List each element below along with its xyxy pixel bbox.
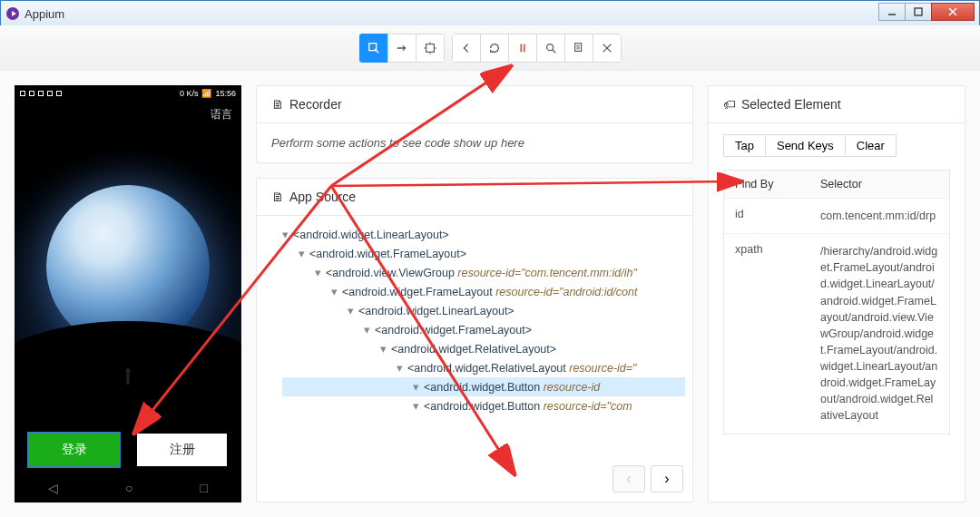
svg-rect-11 (520, 44, 522, 52)
tree-node[interactable]: ▾<android.widget.FrameLayout resource-id… (282, 282, 685, 301)
app-source-panel: 🗎App Source ▾<android.widget.LinearLayou… (256, 178, 693, 502)
app-icon (6, 7, 19, 20)
back-button[interactable] (452, 34, 481, 63)
svg-rect-6 (426, 44, 434, 52)
tree-node[interactable]: ▾<android.widget.FrameLayout> (282, 244, 685, 263)
source-title: App Source (289, 190, 356, 204)
tap-coords-button[interactable] (416, 34, 445, 63)
recorder-empty-text: Perform some actions to see code show up… (257, 123, 692, 162)
device-navkeys: ◁○□ (15, 473, 241, 502)
clear-button[interactable]: Clear (845, 134, 897, 157)
recorder-icon: 🗎 (271, 97, 284, 112)
source-tree[interactable]: ▾<android.widget.LinearLayout>▾<android.… (257, 216, 692, 415)
swipe-button[interactable] (387, 34, 416, 63)
select-element-button[interactable] (359, 34, 388, 63)
recorder-title: Recorder (289, 97, 342, 112)
search-button[interactable] (536, 34, 565, 63)
source-prev-button[interactable]: ‹ (612, 465, 645, 493)
selector-table: Find By Selector idcom.tencent.mm:id/drp… (723, 170, 950, 434)
svg-rect-12 (523, 44, 524, 52)
window-maximize-button[interactable] (905, 3, 932, 21)
tree-node[interactable]: ▾<android.widget.RelativeLayout> (282, 339, 685, 358)
selector-header: Selector (809, 171, 873, 198)
device-screenshot[interactable]: 0 K/s📶15:56 语言 登录 注册 ◁○□ (15, 85, 241, 502)
tree-node[interactable]: ▾<android.view.ViewGroup resource-id="co… (282, 263, 685, 282)
tree-node[interactable]: ▾<android.widget.LinearLayout> (282, 301, 685, 320)
svg-point-13 (546, 44, 553, 50)
selected-element-panel: 🏷Selected Element Tap Send Keys Clear Fi… (708, 85, 965, 502)
window-titlebar: Appium (1, 1, 979, 26)
recorder-panel: 🗎Recorder Perform some actions to see co… (256, 85, 693, 163)
tree-node[interactable]: ▾<android.widget.Button resource-id="com (282, 396, 685, 415)
svg-rect-1 (915, 8, 922, 15)
language-label: 语言 (211, 107, 232, 122)
findby-header: Find By (724, 171, 809, 198)
source-icon: 🗎 (271, 190, 284, 204)
device-register-button[interactable]: 注册 (137, 434, 227, 466)
source-next-button[interactable]: › (651, 465, 683, 493)
inspector-toolbar (0, 25, 980, 71)
nav-back-icon: ◁ (48, 481, 58, 495)
tree-node[interactable]: ▾<android.widget.RelativeLayout resource… (282, 358, 685, 377)
nav-home-icon: ○ (125, 481, 132, 495)
copy-xml-button[interactable] (564, 34, 593, 63)
selector-row: idcom.tencent.mm:id/drp (724, 198, 949, 233)
tree-node[interactable]: ▾<android.widget.FrameLayout> (282, 320, 685, 339)
refresh-button[interactable] (480, 34, 509, 63)
tree-node[interactable]: ▾<android.widget.Button resource-id (282, 377, 685, 396)
selected-title: Selected Element (741, 97, 841, 112)
window-minimize-button[interactable] (878, 3, 906, 21)
window-title: Appium (24, 7, 64, 21)
device-login-button[interactable]: 登录 (29, 434, 119, 466)
nav-recent-icon: □ (201, 481, 208, 495)
tree-node[interactable]: ▾<android.widget.LinearLayout> (282, 225, 685, 244)
device-statusbar: 0 K/s📶15:56 (15, 85, 241, 102)
quit-session-button[interactable] (593, 34, 622, 63)
record-button[interactable] (508, 34, 537, 63)
svg-line-14 (552, 49, 555, 53)
window-close-button[interactable] (931, 3, 975, 21)
send-keys-button[interactable]: Send Keys (765, 134, 846, 157)
tag-icon: 🏷 (723, 97, 736, 112)
tap-button[interactable]: Tap (723, 134, 766, 157)
selector-row: xpath/hierarchy/android.widget.FrameLayo… (724, 233, 949, 433)
